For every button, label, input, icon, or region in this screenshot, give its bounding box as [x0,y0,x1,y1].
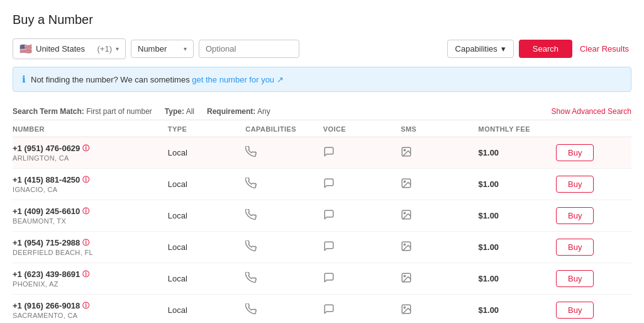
buy-button-cell: Buy [556,207,631,224]
info-badge-icon[interactable]: ⓘ [82,269,89,279]
buy-button[interactable]: Buy [556,270,594,287]
voice-capability-icon [245,209,323,223]
th-sms: SMS [401,125,478,133]
number-type-cell: Local [168,274,245,283]
country-name: United States [36,44,94,54]
phone-number-text: +1 (415) 881-4250 [13,175,80,184]
voice-capability-icon [245,178,323,191]
requirement-value: Any [257,107,270,116]
info-banner: ℹ Not finding the number? We can sometim… [13,67,631,92]
number-search-input[interactable] [199,40,299,58]
buy-button[interactable]: Buy [556,239,594,256]
info-badge-icon[interactable]: ⓘ [82,144,89,153]
table-row: +1 (916) 266-9018 ⓘ SACRAMENTO, CA Local… [13,295,631,323]
th-action [556,125,631,133]
location-text: ARLINGTON, CA [13,154,168,162]
number-info: +1 (954) 715-2988 ⓘ DEERFIELD BEACH, FL [13,238,168,256]
svg-point-1 [404,149,405,150]
number-info: +1 (951) 476-0629 ⓘ ARLINGTON, CA [13,144,168,162]
th-number: NUMBER [13,125,168,133]
info-icon: ℹ [22,74,26,85]
info-badge-icon[interactable]: ⓘ [82,175,89,184]
number-info: +1 (409) 245-6610 ⓘ BEAUMONT, TX [13,207,168,225]
svg-point-9 [404,275,405,276]
info-badge-icon[interactable]: ⓘ [82,207,89,216]
table-row: +1 (415) 881-4250 ⓘ IGNACIO, CA Local $1… [13,169,631,200]
mms-capability-icon [401,209,478,223]
sms-capability-icon [323,209,401,223]
buy-button[interactable]: Buy [556,144,594,161]
buy-button[interactable]: Buy [556,302,594,319]
table-row: +1 (409) 245-6610 ⓘ BEAUMONT, TX Local $… [13,200,631,232]
number-type-cell: Local [168,211,245,220]
voice-capability-icon [245,146,323,160]
capabilities-button[interactable]: Capabilities ▾ [447,40,514,58]
table-row: +1 (623) 439-8691 ⓘ PHOENIX, AZ Local $1… [13,263,631,295]
th-monthly-fee: MONTHLY FEE [479,125,556,133]
phone-number-text: +1 (951) 476-0629 [13,144,80,153]
type-value: All [186,107,194,116]
number-type-select[interactable]: Number ▾ [131,40,194,58]
monthly-fee-text: $1.00 [479,211,556,220]
country-code: (+1) [97,44,112,54]
number-type-label: Number [138,44,180,54]
search-button[interactable]: Search [519,40,572,58]
number-info: +1 (916) 266-9018 ⓘ SACRAMENTO, CA [13,301,168,319]
sms-capability-icon [323,178,401,191]
svg-point-5 [404,212,405,213]
voice-capability-icon [245,272,323,286]
mms-capability-icon [401,303,478,317]
show-advanced-search-link[interactable]: Show Advanced Search [552,107,631,116]
search-meta: Search Term Match: First part of number … [13,102,631,120]
svg-point-11 [404,307,405,308]
phone-number-text: +1 (954) 715-2988 [13,238,80,247]
buy-button-cell: Buy [556,144,631,161]
clear-results-button[interactable]: Clear Results [577,40,631,57]
requirement-label: Requirement: [207,107,255,116]
phone-number-text: +1 (623) 439-8691 [13,269,80,279]
sms-capability-icon [323,241,401,254]
buy-button[interactable]: Buy [556,176,594,193]
monthly-fee-text: $1.00 [479,305,556,315]
info-badge-icon[interactable]: ⓘ [82,301,89,310]
buy-button[interactable]: Buy [556,207,594,224]
mms-capability-icon [401,146,478,160]
location-text: DEERFIELD BEACH, FL [13,249,168,256]
type-label: Type: [165,107,184,116]
term-match-value: First part of number [86,107,152,116]
svg-point-3 [404,181,405,182]
info-badge-icon[interactable]: ⓘ [82,238,89,247]
voice-capability-icon [245,241,323,254]
buy-button-cell: Buy [556,270,631,287]
page-title: Buy a Number [13,13,631,27]
location-text: BEAUMONT, TX [13,217,168,225]
number-type-cell: Local [168,179,245,189]
mms-capability-icon [401,241,478,254]
search-bar: 🇺🇸 United States (+1) ▾ Number ▾ Capabil… [13,38,631,59]
number-type-cell: Local [168,242,245,252]
monthly-fee-text: $1.00 [479,274,556,283]
location-text: PHOENIX, AZ [13,280,168,288]
buy-button-cell: Buy [556,176,631,193]
monthly-fee-text: $1.00 [479,148,556,157]
svg-point-7 [404,244,405,245]
monthly-fee-text: $1.00 [479,242,556,252]
sms-capability-icon [323,146,401,160]
phone-number-text: +1 (409) 245-6610 [13,207,80,216]
flag-icon: 🇺🇸 [19,43,32,55]
country-select[interactable]: 🇺🇸 United States (+1) ▾ [13,38,126,59]
get-number-link[interactable]: get the number for you ↗ [192,75,283,84]
th-voice: VOICE [323,125,401,133]
buy-button-cell: Buy [556,239,631,256]
table-body: +1 (951) 476-0629 ⓘ ARLINGTON, CA Local … [13,137,631,323]
th-capabilities: CAPABILITIES [245,125,323,133]
location-text: SACRAMENTO, CA [13,312,168,319]
voice-capability-icon [245,303,323,317]
phone-number-text: +1 (916) 266-9018 [13,301,80,310]
term-match-label: Search Term Match: [13,107,84,116]
chevron-down-icon: ▾ [501,44,506,54]
sms-capability-icon [323,303,401,317]
table-header: NUMBER TYPE CAPABILITIES VOICE SMS MONTH… [13,120,631,137]
number-type-cell: Local [168,148,245,157]
location-text: IGNACIO, CA [13,186,168,193]
